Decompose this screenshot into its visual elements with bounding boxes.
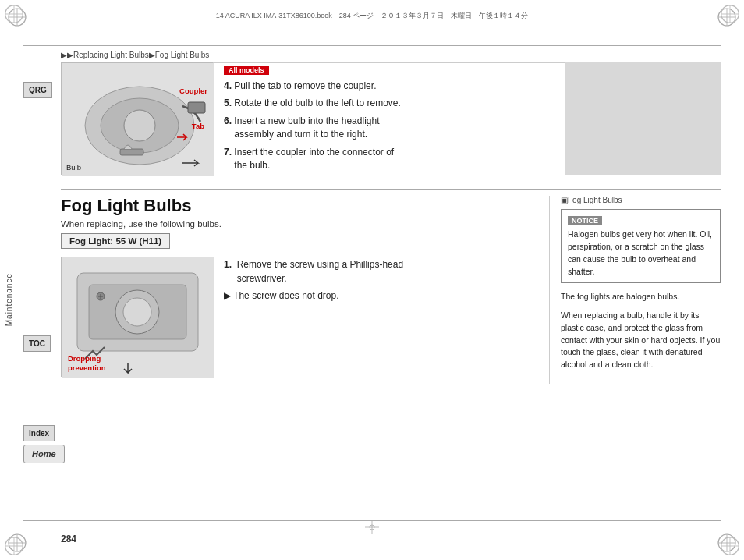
notice-text: Halogen bulbs get very hot when lit. Oil… (568, 229, 714, 278)
svg-point-30 (124, 110, 155, 141)
notice-label: NOTICE (568, 216, 602, 225)
fog-diagram-area: Droppingprevention 1. Remove the screw u… (61, 257, 533, 384)
fog-step-1: 1. Remove the screw using a Phillips-hea… (224, 258, 533, 285)
bulb-label: Bulb (66, 163, 81, 172)
breadcrumb: ▶▶Replacing Light Bulbs▶Fog Light Bulbs (61, 51, 209, 59)
notice-box: NOTICE Halogen bulbs get very hot when l… (561, 209, 721, 283)
file-metadata: 14 ACURA ILX IMA-31TX86100.book 284 ページ … (35, 11, 709, 21)
fog-right-title: ▣Fog Light Bulbs (561, 196, 721, 204)
fog-right-content: ▣Fog Light Bulbs NOTICE Halogen bulbs ge… (549, 196, 721, 384)
all-models-badge: All models (224, 66, 269, 75)
fog-diagram: Droppingprevention (61, 257, 213, 377)
corner-circle-br (720, 536, 740, 556)
svg-rect-32 (120, 149, 143, 155)
gray-right-top (565, 62, 721, 175)
hr-top (23, 45, 721, 46)
sidebar-item-toc[interactable]: TOC (23, 335, 53, 352)
page-number: 284 (61, 533, 76, 544)
corner-circle-tl (4, 4, 24, 24)
fog-section: Fog Light Bulbs When replacing, use the … (61, 196, 721, 384)
fog-steps: 1. Remove the screw using a Phillips-hea… (224, 257, 533, 307)
sidebar-item-index[interactable]: Index (23, 425, 53, 441)
top-steps: All models 4. Pull the tab to remove the… (224, 62, 554, 176)
step-7: 7. Insert the coupler into the connector… (224, 146, 554, 173)
dropping-prevention-label: Droppingprevention (68, 354, 106, 374)
step-5: 5. Rotate the old bulb to the left to re… (224, 97, 554, 110)
bulb-diagram-top: Coupler Tab Bulb (61, 62, 213, 175)
corner-circle-tr (720, 4, 740, 24)
coupler-label: Coupler (179, 87, 207, 95)
crosshair-bottom-center (365, 520, 379, 537)
step-4: 4. Pull the tab to remove the coupler. (224, 80, 554, 93)
fog-section-title: Fog Light Bulbs (61, 196, 533, 216)
section-divider (61, 189, 721, 190)
svg-point-37 (123, 298, 151, 326)
fog-subtitle: When replacing, use the following bulbs. (61, 219, 533, 229)
fog-left-content: Fog Light Bulbs When replacing, use the … (61, 196, 549, 384)
tab-label: Tab (192, 122, 204, 130)
sidebar-maintenance-label: Maintenance (5, 273, 13, 326)
notice-sub1: The fog lights are halogen bulbs. (561, 291, 721, 303)
top-section: Coupler Tab Bulb All models 4. Pull the … (61, 62, 721, 176)
svg-rect-31 (188, 102, 205, 113)
fog-step-note: ▶ The screw does not drop. (224, 289, 533, 303)
main-content: Coupler Tab Bulb All models 4. Pull the … (61, 62, 721, 517)
notice-sub2: When replacing a bulb, handle it by its … (561, 310, 721, 371)
home-button[interactable]: Home (23, 445, 65, 463)
step-6: 6. Insert a new bulb into the headlight … (224, 115, 554, 142)
sidebar-item-qrg[interactable]: QRG (23, 82, 53, 98)
bulb-spec-box: Fog Light: 55 W (H11) (61, 233, 170, 249)
corner-circle-bl (4, 536, 24, 556)
